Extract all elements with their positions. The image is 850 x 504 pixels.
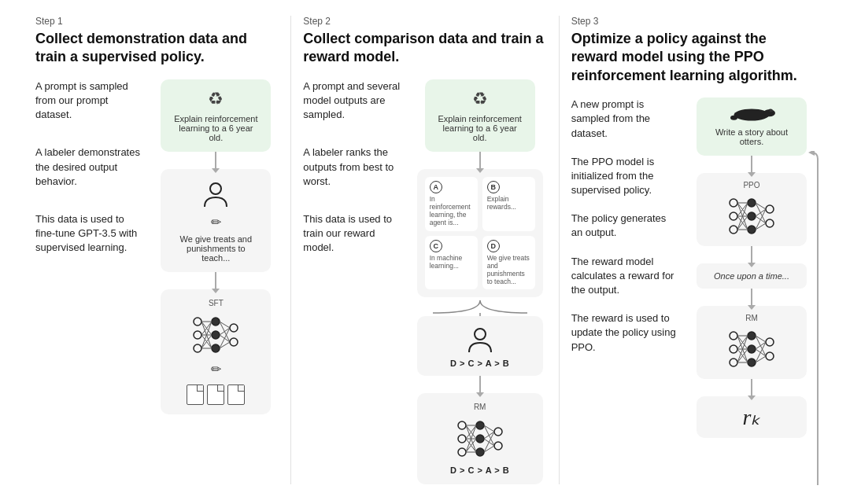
choice-b: B Explain rewards... [482,177,535,231]
svg-point-56 [730,226,737,234]
choice-c: C In machine learning... [425,236,478,290]
step1-arrow2 [215,272,216,289]
step3-arrow3 [751,289,752,306]
svg-point-83 [766,338,774,346]
person-icon-2 [464,324,496,355]
step1-title: Collect demonstration data and train a s… [35,30,279,67]
svg-point-61 [766,219,774,227]
svg-point-6 [212,344,220,352]
step2-prompt-text: Explain reinforcement learning to a 6 ye… [436,114,524,142]
choice-b-letter: B [487,181,500,193]
step3-content: A new prompt is sampled from the dataset… [571,97,815,484]
svg-point-30 [476,435,484,443]
step3-reward-box: rₖ [697,396,807,438]
step3-label: Step 3 [571,16,815,27]
svg-point-49 [734,109,769,121]
step2-visual: ♻ Explain reinforcement learning to a 6 … [413,79,547,485]
svg-point-2 [194,331,201,339]
step3-arrow4 [751,379,752,396]
edit-icon-2: ✏ [211,362,221,377]
svg-point-59 [748,226,756,234]
svg-point-53 [769,109,773,112]
svg-point-84 [766,352,774,360]
step3-arrow2 [751,246,752,263]
step3-text-side: A new prompt is sampled from the dataset… [571,97,679,484]
choice-d-text: We give treats and punishments to teach.… [487,254,530,286]
svg-point-8 [230,338,238,346]
rm-neural-net-3 [724,328,779,371]
svg-point-82 [748,359,756,366]
step2-arrow2 [479,376,481,393]
step3-text1: A new prompt is sampled from the dataset… [571,97,679,141]
step2-title: Collect comparison data and train a rewa… [303,30,546,67]
step1-text-side: A prompt is sampled from our prompt data… [35,79,143,485]
choices-box: A In reinforcement learning, the agent i… [417,169,543,298]
doc-icons [187,384,245,405]
recycle-icon: ♻ [208,89,224,109]
choice-c-text: In machine learning... [430,254,473,270]
choice-c-letter: C [430,240,442,252]
step2-label: Step 2 [303,16,546,27]
svg-point-81 [748,345,756,353]
step1-label: Step 1 [35,16,279,27]
choice-d-letter: D [487,240,500,252]
svg-point-32 [494,428,502,436]
step1-content: A prompt is sampled from our prompt data… [35,79,279,485]
ppo-label: PPO [743,181,759,189]
step2-arrow1 [479,152,481,169]
feedback-loop-arrow [807,151,829,489]
svg-point-29 [476,421,484,429]
step3-column: Step 3 Optimize a policy against the rew… [560,16,826,484]
step1-prompt-text: Explain reinforcement learning to a 6 ye… [172,114,260,142]
step1-text3: This data is used to fine-tune GPT-3.5 w… [35,212,143,256]
choice-a-text: In reinforcement learning, the agent is.… [430,195,473,227]
edit-icon: ✏ [211,215,221,230]
rm-neural-net [453,418,508,461]
step2-rm-box: RM [417,393,543,484]
doc-icon-3 [227,384,245,405]
person-icon [200,178,231,210]
sft-label: SFT [209,299,224,307]
step3-visual: Write a story about otters. PPO [689,97,815,484]
sft-neural-net [188,314,243,357]
step3-rm-box: RM [697,306,807,379]
svg-point-26 [458,421,466,429]
doc-icon-2 [207,384,224,405]
reward-value: rₖ [743,404,761,430]
svg-point-25 [475,329,486,340]
curly-brace [417,297,543,316]
step2-column: Step 2 Collect comparison data and train… [291,16,559,484]
main-container: Step 1 Collect demonstration data and tr… [0,0,850,500]
svg-point-4 [212,318,220,326]
svg-point-0 [210,183,221,194]
svg-point-31 [476,448,484,456]
step2-text3: This data is used to train our reward mo… [303,212,403,256]
svg-point-54 [730,199,737,207]
step1-output-text: We give treats and punishments to teach.… [172,234,260,263]
svg-point-78 [730,345,737,353]
svg-point-28 [458,448,466,456]
step1-output-box: ✏ We give treats and punishments to teac… [161,169,271,272]
svg-point-60 [766,205,774,213]
step3-prompt-box: Write a story about otters. [697,97,807,156]
step2-text2: A labeler ranks the outputs from best to… [303,145,403,189]
svg-point-3 [194,344,201,352]
step1-visual: ♻ Explain reinforcement learning to a 6 … [153,79,279,485]
svg-point-7 [230,324,238,332]
step3-text4: The reward model calculates a reward for… [571,255,679,298]
step1-text1: A prompt is sampled from our prompt data… [35,79,143,123]
choice-a-letter: A [430,181,442,193]
otter-icon [728,107,775,123]
svg-point-58 [748,212,756,220]
rm-label-3: RM [745,314,758,322]
step3-ppo-box: PPO [697,173,807,246]
choice-d: D We give treats and punishments to teac… [482,236,535,290]
svg-point-27 [458,435,466,443]
svg-point-55 [730,212,737,220]
ranking-bottom: D > C > A > B [450,465,509,475]
svg-marker-100 [808,151,815,156]
choice-a: A In reinforcement learning, the agent i… [425,177,478,231]
step3-arrow1 [751,156,752,173]
step3-text5: The reward is used to update the policy … [571,311,679,355]
step3-title: Optimize a policy against the reward mod… [571,30,815,85]
